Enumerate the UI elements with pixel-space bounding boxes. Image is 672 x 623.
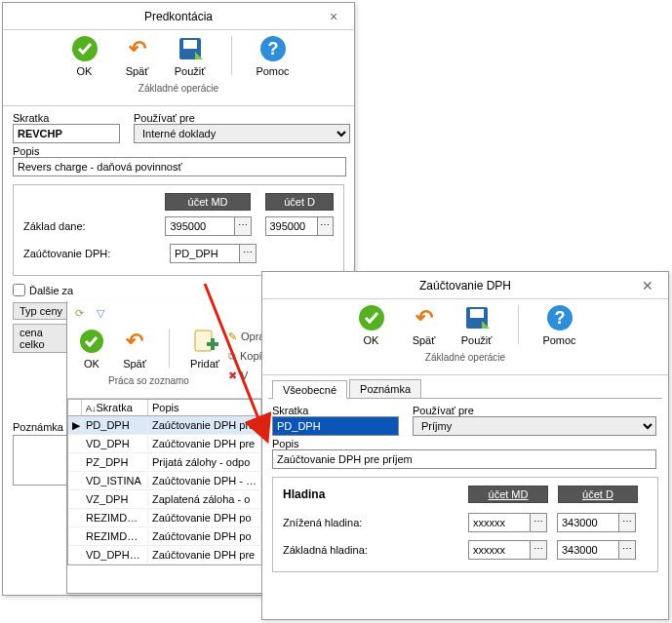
list-copy-button[interactable]: ⧉Kopí: [228, 346, 264, 366]
table-row[interactable]: VD_DPH_ZAPZaúčtovanie DPH pre: [68, 546, 261, 565]
znizena-d-lookup[interactable]: ⋯: [618, 513, 636, 532]
row-marker-hdr[interactable]: [68, 400, 82, 415]
table-row[interactable]: VZ_DPHZaplatená záloha - o: [68, 490, 261, 509]
toolbar-caption: Základné operácie: [13, 83, 344, 94]
zakladna-label: Základná hladina:: [283, 544, 468, 556]
list-ok-button[interactable]: OK: [75, 327, 108, 370]
tab-general[interactable]: Všeobecné: [272, 380, 347, 399]
hdr-ucet-md: účet MD: [468, 486, 548, 503]
hdr-skratka[interactable]: A↓Skratka: [82, 400, 148, 415]
ok-button[interactable]: OK: [65, 34, 104, 77]
table-row[interactable]: VD_DPHZaúčtovanie DPH pre: [68, 435, 261, 453]
zakladna-md-input[interactable]: [468, 540, 531, 560]
back-icon: ↶: [120, 327, 149, 356]
list-grid: A↓Skratka Popis ▶PD_DPHZaúčtovanie DPH p…: [67, 399, 262, 565]
hdr-ucet-d: účet D: [265, 193, 334, 211]
list-back-button[interactable]: ↶ Späť: [118, 327, 151, 370]
cell-skratka: VD_DPH_ZAP: [82, 547, 148, 563]
hdr-ucet-d: účet D: [558, 486, 638, 503]
svg-rect-12: [470, 309, 484, 318]
cell-popis: Zaúčtovanie DPH pre: [148, 417, 261, 433]
pouzivat-select[interactable]: Príjmy: [413, 416, 656, 436]
popis-label: Popis: [13, 145, 331, 157]
back-icon: ↶: [123, 34, 152, 63]
titlebar: Zaúčtovanie DPH ✕: [262, 272, 668, 299]
table-row[interactable]: VD_ISTINAZaúčtovanie DPH - sp: [68, 472, 261, 490]
use-button[interactable]: Použiť: [171, 34, 210, 77]
svg-text:?: ?: [554, 308, 565, 328]
accounts-section: účet MD účet D Základ dane: ⋯ ⋯ Zaúčtova…: [13, 184, 344, 276]
znizena-d-input[interactable]: [557, 513, 619, 532]
ok-button[interactable]: OK: [352, 303, 391, 346]
znizena-label: Znížená hladina:: [283, 517, 468, 528]
help-button[interactable]: ? Pomoc: [540, 303, 579, 346]
help-button[interactable]: ? Pomoc: [254, 34, 293, 77]
list-edit-button[interactable]: ✎Opra: [228, 327, 264, 346]
back-button[interactable]: ↶ Späť: [405, 303, 444, 346]
ok-icon: [77, 327, 106, 356]
zaklad-label: Základ dane:: [23, 220, 165, 232]
cell-skratka: VZ_DPH: [82, 491, 148, 507]
svg-rect-7: [195, 331, 212, 351]
cell-popis: Prijatá zálohy - odpo: [148, 454, 261, 470]
refresh-icon[interactable]: ⟳: [71, 305, 87, 321]
znizena-md-input[interactable]: [468, 513, 531, 532]
list-add-button[interactable]: Pridať: [187, 327, 222, 370]
znizena-md-lookup[interactable]: ⋯: [530, 513, 547, 532]
add-icon: [190, 327, 219, 356]
poznamka-label: Poznámka: [13, 421, 63, 433]
table-row[interactable]: PZ_DPHPrijatá zálohy - odpo: [68, 453, 261, 472]
poznamka-box[interactable]: [13, 435, 67, 486]
cena-button[interactable]: cena celko: [13, 324, 71, 353]
help-icon: ?: [545, 303, 574, 332]
cell-skratka: PD_DPH: [82, 417, 148, 433]
filter-icon[interactable]: ▽: [93, 305, 108, 321]
zaklad-d-input[interactable]: [265, 216, 318, 236]
svg-rect-2: [183, 40, 197, 49]
edit-icon: ✎: [228, 331, 237, 343]
cell-popis: Zaplatená záloha - o: [148, 491, 261, 507]
cell-skratka: VD_ISTINA: [82, 473, 148, 488]
table-row[interactable]: REZIMDPH-PZaúčtovanie DPH po: [68, 509, 261, 527]
zaklad-md-lookup[interactable]: ⋯: [234, 216, 252, 236]
ok-icon: [357, 303, 386, 332]
skratka-input[interactable]: [272, 416, 399, 436]
pouzivat-label: Používať pre: [134, 112, 350, 124]
help-icon: ?: [258, 34, 288, 63]
save-icon: [462, 303, 492, 332]
list-window: ⟳ ▽ OK ↶ Späť Pridať Práca so zoznamo: [66, 301, 263, 594]
zakladna-d-input[interactable]: [557, 540, 619, 560]
zaklad-md-input[interactable]: [165, 216, 235, 236]
cell-popis: Zaúčtovanie DPH po: [148, 528, 261, 544]
use-button[interactable]: Použiť: [457, 303, 496, 346]
list-delete-button[interactable]: ✖V: [228, 366, 264, 385]
pouzivat-select[interactable]: Interné doklady: [134, 124, 350, 143]
skratka-label: Skratka: [13, 112, 120, 124]
dalsie-checkbox[interactable]: [13, 284, 25, 296]
hdr-ucet-md: účet MD: [165, 193, 250, 211]
table-row[interactable]: REZIMDPH-OZaúčtovanie DPH po: [68, 527, 261, 546]
dph-lookup[interactable]: ⋯: [239, 244, 257, 263]
zakladna-md-lookup[interactable]: ⋯: [530, 540, 547, 560]
close-icon[interactable]: ✕: [635, 278, 660, 293]
table-row[interactable]: ▶PD_DPHZaúčtovanie DPH pre: [68, 416, 261, 435]
back-button[interactable]: ↶ Späť: [118, 34, 157, 77]
dph-input[interactable]: [170, 244, 240, 263]
popis-input[interactable]: [13, 157, 346, 176]
window-title: Zaúčtovanie DPH: [296, 279, 635, 292]
skratka-label: Skratka: [272, 405, 399, 416]
tab-note[interactable]: Poznámka: [349, 379, 421, 398]
skratka-input[interactable]: [13, 124, 120, 143]
zakladna-d-lookup[interactable]: ⋯: [618, 540, 636, 560]
dph-label: Zaúčtovanie DPH:: [23, 248, 170, 259]
hladina-title: Hladina: [283, 487, 468, 501]
zaklad-d-lookup[interactable]: ⋯: [317, 216, 335, 236]
list-toolbar-caption: Práca so zoznamo: [75, 375, 222, 386]
toolbar: OK ↶ Späť Použiť ? Pomoc Základné operác…: [3, 30, 354, 106]
close-icon[interactable]: ×: [321, 9, 346, 24]
zductovanie-window: Zaúčtovanie DPH ✕ OK ↶ Späť Použiť: [261, 271, 669, 620]
hdr-popis[interactable]: Popis: [148, 400, 261, 415]
popis-input[interactable]: [272, 449, 656, 469]
save-icon: [176, 34, 205, 63]
back-icon: ↶: [410, 303, 439, 332]
